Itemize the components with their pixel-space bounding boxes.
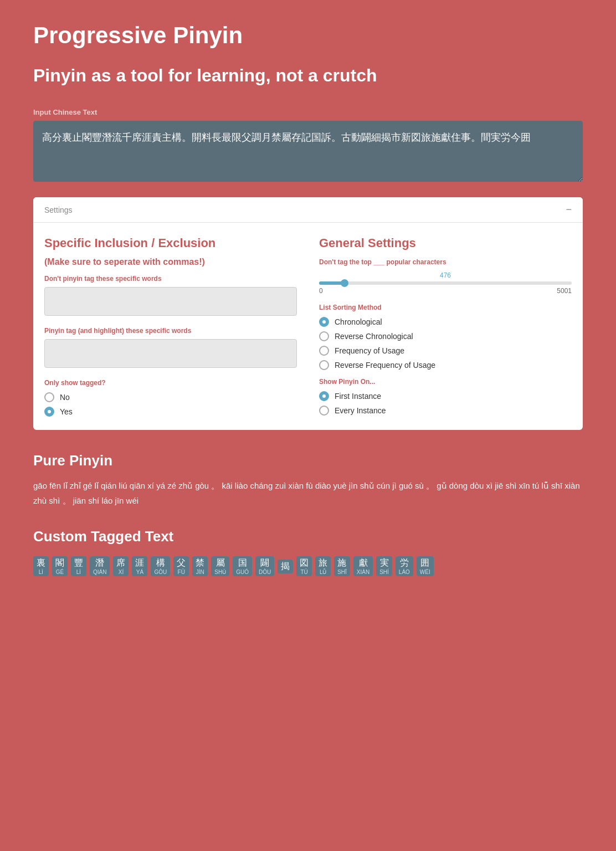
tagged-word: 国GUÓ (233, 556, 252, 576)
radio-circle-frequency[interactable] (319, 346, 329, 356)
input-label: Input Chinese Text (33, 108, 583, 116)
settings-toggle[interactable]: − (566, 204, 572, 216)
show-pinyin-radio-group: First Instance Every Instance (319, 391, 572, 416)
radio-yes-label: Yes (60, 407, 73, 416)
settings-panel: Settings − Specific Inclusion / Exclusio… (33, 197, 583, 430)
chinese-text-input[interactable]: 高分裏止閣豐潛流千席涯責主構。開料長最限父調月禁屬存記国訴。古動闢細揭市新図旅施… (33, 121, 583, 182)
radio-no[interactable]: No (44, 392, 297, 402)
tagged-word: 闢DÒU (255, 556, 274, 576)
tagged-word: 席XÍ (113, 556, 129, 576)
sort-frequency[interactable]: Frequency of Usage (319, 346, 572, 356)
custom-tagged-title: Custom Tagged Text (33, 528, 583, 545)
slider-min: 0 (319, 287, 323, 295)
tagged-word: 揭 (278, 560, 293, 573)
comma-note: (Make sure to seperate with commas!) (44, 257, 297, 267)
sort-chronological-label: Chronological (335, 317, 382, 326)
custom-tagged-section: Custom Tagged Text 裏LǏ閣GÉ豐LǏ潛QIÁN席XÍ涯YÁ構… (33, 528, 583, 576)
settings-label: Settings (44, 206, 73, 214)
only-show-radio-group: No Yes (44, 392, 297, 417)
radio-circle-first[interactable] (319, 391, 329, 401)
pinyin-first-label: First Instance (335, 392, 381, 401)
tagged-word: 労LÁO (396, 556, 413, 576)
pinyin-first-instance[interactable]: First Instance (319, 391, 572, 401)
sort-chronological[interactable]: Chronological (319, 317, 572, 327)
slider-track[interactable] (319, 281, 572, 285)
tagged-word: 涯YÁ (132, 556, 147, 576)
dont-tag-label: Don't tag the top ___ popular characters (319, 258, 572, 266)
slider-value: 476 (319, 271, 572, 279)
sort-reverse-frequency[interactable]: Reverse Frequency of Usage (319, 360, 572, 370)
tagged-word: 屬SHǓ (211, 556, 229, 576)
slider-thumb[interactable] (341, 279, 348, 287)
inclusion-exclusion-title: Specific Inclusion / Exclusion (44, 236, 297, 250)
show-pinyin-label: Show Pinyin On... (319, 378, 572, 386)
radio-circle-chronological[interactable] (319, 317, 329, 327)
tagged-word: 禁JÌN (192, 556, 208, 576)
app-subtitle: Pinyin as a tool for learning, not a cru… (33, 65, 583, 86)
sort-reverse-chron-label: Reverse Chronological (335, 332, 413, 341)
tagged-word: 獻XIÀN (353, 556, 373, 576)
tagged-word: 豐LǏ (71, 556, 86, 576)
sort-reverse-freq-label: Reverse Frequency of Usage (335, 361, 435, 370)
sorting-radio-group: Chronological Reverse Chronological Freq… (319, 317, 572, 370)
input-section: Input Chinese Text 高分裏止閣豐潛流千席涯責主構。開料長最限父… (33, 108, 583, 197)
tagged-word: 構GÒU (151, 556, 170, 576)
tagged-word: 囲WÉI (417, 556, 434, 576)
tagged-word: 施SHĪ (334, 556, 350, 576)
settings-body: Specific Inclusion / Exclusion (Make sur… (33, 223, 583, 430)
tagged-word: 実SHÍ (376, 556, 392, 576)
sort-reverse-chronological[interactable]: Reverse Chronological (319, 331, 572, 341)
pinyin-text: gāo fēn lǐ zhǐ gé lǐ qián liú qiān xí yá… (33, 478, 583, 508)
tagged-word: 潛QIÁN (90, 556, 110, 576)
slider-max: 5001 (557, 287, 572, 295)
settings-right-column: General Settings Don't tag the top ___ p… (319, 236, 572, 417)
tagged-text-area: 裏LǏ閣GÉ豐LǏ潛QIÁN席XÍ涯YÁ構GÒU父FÙ禁JÌN屬SHǓ国GUÓ闢… (33, 556, 583, 576)
pinyin-every-instance[interactable]: Every Instance (319, 406, 572, 416)
pure-pinyin-section: Pure Pinyin gāo fēn lǐ zhǐ gé lǐ qián li… (33, 452, 583, 508)
radio-yes[interactable]: Yes (44, 407, 297, 417)
only-show-label: Only show tagged? (44, 379, 297, 387)
exclude-label: Don't pinyin tag these specific words (44, 275, 297, 283)
tagged-word: 父FÙ (173, 556, 189, 576)
radio-no-label: No (60, 393, 70, 402)
radio-circle-no[interactable] (44, 392, 54, 402)
radio-circle-reverse-freq[interactable] (319, 360, 329, 370)
include-label: Pinyin tag (and highlight) these specifi… (44, 327, 297, 335)
include-input[interactable] (44, 339, 297, 368)
radio-circle-yes[interactable] (44, 407, 54, 417)
general-settings-title: General Settings (319, 236, 572, 250)
pure-pinyin-title: Pure Pinyin (33, 452, 583, 469)
list-sorting-label: List Sorting Method (319, 304, 572, 311)
tagged-word: 旅LǙ (315, 556, 331, 576)
settings-left-column: Specific Inclusion / Exclusion (Make sur… (44, 236, 297, 417)
pinyin-every-label: Every Instance (335, 406, 386, 415)
radio-circle-every[interactable] (319, 406, 329, 416)
tagged-word: 裏LǏ (33, 556, 49, 576)
tagged-word: 閣GÉ (52, 556, 68, 576)
slider-container: 476 0 5001 (319, 271, 572, 295)
tagged-word: 図TÚ (296, 556, 312, 576)
settings-header: Settings − (33, 197, 583, 223)
radio-circle-reverse-chron[interactable] (319, 331, 329, 341)
exclude-input[interactable] (44, 287, 297, 316)
app-title: Progressive Pinyin (33, 22, 583, 49)
slider-range: 0 5001 (319, 287, 572, 295)
sort-frequency-label: Frequency of Usage (335, 346, 404, 355)
